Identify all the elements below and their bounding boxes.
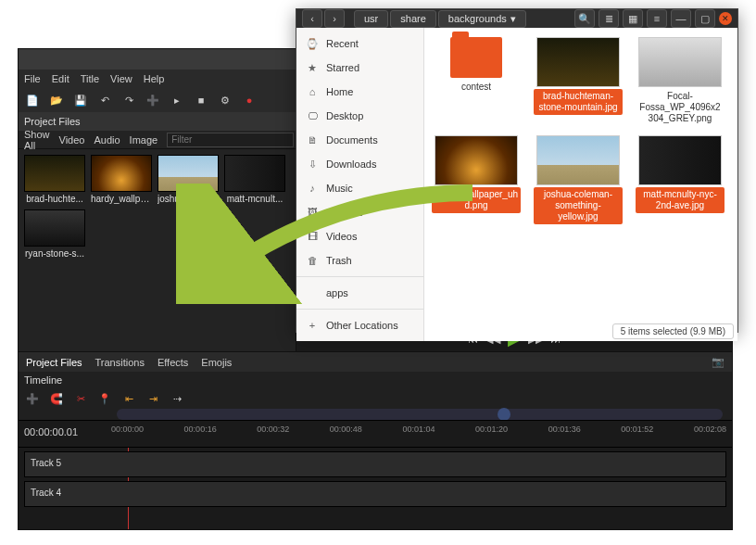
breadcrumb-item[interactable]: share <box>390 10 436 28</box>
tab-transitions[interactable]: Transitions <box>95 357 145 368</box>
menu-view[interactable]: View <box>110 73 132 84</box>
menu-help[interactable]: Help <box>144 73 165 84</box>
sidebar-icon: + <box>306 320 319 331</box>
file-thumbnail <box>638 37 722 87</box>
thumbnail-label: brad-huchte... <box>24 194 85 204</box>
menu-title[interactable]: Title <box>81 73 99 84</box>
sidebar-item-other-locations[interactable]: +Other Locations <box>296 313 423 337</box>
window-maximize-button[interactable]: ▢ <box>695 9 715 28</box>
snapshot-icon[interactable]: 📷 <box>712 356 724 368</box>
file-item[interactable]: Focal-Fossa_WP_4096x2304_GREY.png <box>636 37 724 126</box>
project-file-item[interactable]: ryan-stone-s... <box>24 209 85 259</box>
tab-effects[interactable]: Effects <box>158 357 188 368</box>
nav-forward-button[interactable]: › <box>324 9 345 28</box>
razor-icon[interactable]: ✂ <box>72 390 89 407</box>
file-label: Focal-Fossa_WP_4096x2304_GREY.png <box>636 89 724 126</box>
file-item[interactable]: matt-mcnulty-nyc-2nd-ave.jpg <box>636 135 724 224</box>
track-label: Track 5 <box>31 458 61 468</box>
project-file-item[interactable]: brad-huchte... <box>24 155 85 204</box>
breadcrumb-item[interactable]: usr <box>354 10 388 28</box>
file-item[interactable]: hardy_wallpaper_uhd.png <box>432 135 521 224</box>
filter-image[interactable]: Image <box>130 134 158 146</box>
file-item[interactable]: contest <box>432 37 521 126</box>
stop-small-icon[interactable]: ■ <box>193 92 209 108</box>
ruler-tick: 00:01:04 <box>402 425 435 434</box>
file-label: joshua-coleman-something-yellow.jpg <box>534 187 623 224</box>
search-icon[interactable]: 🔍 <box>574 9 595 28</box>
breadcrumb-item[interactable]: backgrounds ▾ <box>438 10 526 28</box>
save-file-icon[interactable]: 💾 <box>72 92 89 108</box>
snap-icon[interactable]: 🧲 <box>48 390 65 407</box>
filter-video[interactable]: Video <box>59 134 85 146</box>
timeline-tracks[interactable]: Track 5Track 4 <box>19 448 732 529</box>
sidebar-icon: 🗑 <box>306 255 319 266</box>
file-manager-main[interactable]: contestbrad-huchteman-stone-mountain.jpg… <box>424 28 737 341</box>
sidebar-item-starred[interactable]: ★Starred <box>296 56 423 80</box>
project-file-item[interactable]: joshua-colem... <box>158 155 219 204</box>
timeline-track[interactable]: Track 5 <box>24 451 726 477</box>
tab-emojis[interactable]: Emojis <box>201 357 232 368</box>
track-label: Track 4 <box>31 488 61 498</box>
view-icons-icon[interactable]: ▦ <box>623 9 643 28</box>
nav-back-button[interactable]: ‹ <box>302 9 322 28</box>
new-file-icon[interactable]: 📄 <box>24 92 41 108</box>
window-minimize-button[interactable]: — <box>671 9 691 28</box>
filter-show-all[interactable]: Show All <box>24 129 50 151</box>
next-marker-icon[interactable]: ⇥ <box>145 390 161 407</box>
thumbnail-image <box>24 155 85 192</box>
file-manager-sidebar: ⌚Recent★Starred⌂Home🖵Desktop🗎Documents⇩D… <box>296 28 424 341</box>
settings-small-icon[interactable]: ⚙ <box>217 92 233 108</box>
sidebar-item-trash[interactable]: 🗑Trash <box>296 248 423 272</box>
sidebar-label: Home <box>326 86 353 97</box>
add-track-icon[interactable]: ➕ <box>24 390 41 407</box>
filter-audio[interactable]: Audio <box>94 134 120 146</box>
view-list-icon[interactable]: ≣ <box>598 9 619 28</box>
markers-icon[interactable]: 📍 <box>96 390 113 407</box>
sidebar-label: apps <box>326 287 348 298</box>
window-close-button[interactable]: ✕ <box>719 12 732 25</box>
file-item[interactable]: brad-huchteman-stone-mountain.jpg <box>534 37 623 126</box>
sidebar-icon: 🖼 <box>306 207 319 218</box>
menu-file[interactable]: File <box>24 73 41 84</box>
filter-input[interactable] <box>167 133 294 147</box>
timeline-zoom-bar[interactable] <box>117 409 723 420</box>
project-file-item[interactable]: matt-mcnult... <box>224 155 285 204</box>
sidebar-item-home[interactable]: ⌂Home <box>296 80 423 104</box>
sidebar-item-pictures[interactable]: 🖼Pictures <box>296 200 423 224</box>
file-item[interactable]: joshua-coleman-something-yellow.jpg <box>534 135 623 224</box>
menu-edit[interactable]: Edit <box>52 73 69 84</box>
sidebar-item-apps[interactable]: apps <box>296 281 423 305</box>
file-thumbnail <box>638 135 722 185</box>
tab-project-files[interactable]: Project Files <box>26 357 82 368</box>
record-icon[interactable]: ● <box>241 92 258 108</box>
project-file-item[interactable]: hardy_wallpa... <box>91 155 152 204</box>
open-file-icon[interactable]: 📂 <box>48 92 65 108</box>
status-bar: 5 items selected (9.9 MB) <box>612 323 734 339</box>
sidebar-item-music[interactable]: ♪Music <box>296 176 423 200</box>
sidebar-label: Music <box>326 183 353 194</box>
sidebar-item-desktop[interactable]: 🖵Desktop <box>296 104 423 128</box>
sidebar-icon: 🎞 <box>306 231 319 242</box>
project-files-thumbnails[interactable]: brad-huchte...hardy_wallpa...joshua-cole… <box>19 149 296 351</box>
prev-marker-icon[interactable]: ⇤ <box>120 390 137 407</box>
file-label: hardy_wallpaper_uhd.png <box>432 187 521 213</box>
sidebar-item-downloads[interactable]: ⇩Downloads <box>296 152 423 176</box>
center-playhead-icon[interactable]: ⇢ <box>169 390 185 407</box>
add-marker-icon[interactable]: ➕ <box>145 92 161 108</box>
sidebar-item-documents[interactable]: 🗎Documents <box>296 128 423 152</box>
ruler-tick: 00:01:52 <box>621 425 653 434</box>
sidebar-icon: ⇩ <box>306 158 319 171</box>
timeline-ruler[interactable]: 00:00:00.01 00:00:0000:00:1600:00:3200:0… <box>19 420 732 448</box>
timeline-zoom-handle[interactable] <box>498 408 510 421</box>
play-small-icon[interactable]: ▸ <box>169 92 185 108</box>
file-thumbnail <box>536 37 620 87</box>
undo-icon[interactable]: ↶ <box>96 92 113 108</box>
redo-icon[interactable]: ↷ <box>120 92 137 108</box>
sidebar-item-videos[interactable]: 🎞Videos <box>296 224 423 248</box>
sidebar-label: Pictures <box>326 207 363 218</box>
sidebar-item-recent[interactable]: ⌚Recent <box>296 32 423 56</box>
hamburger-menu-icon[interactable]: ≡ <box>647 9 667 28</box>
ruler-tick: 00:00:32 <box>257 425 289 434</box>
timeline-track[interactable]: Track 4 <box>24 481 726 507</box>
file-thumbnail <box>435 135 518 185</box>
